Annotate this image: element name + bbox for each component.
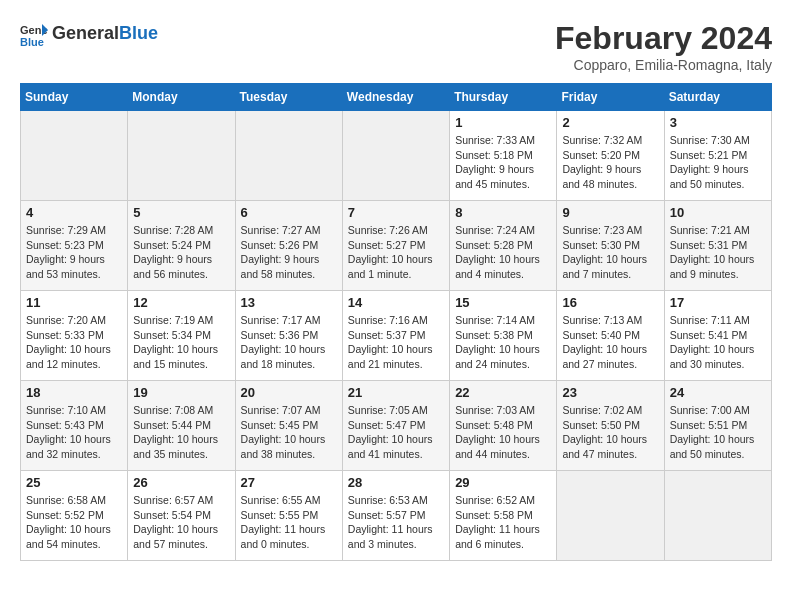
day-info: Sunrise: 7:03 AMSunset: 5:48 PMDaylight:…: [455, 403, 551, 462]
day-info: Sunrise: 7:02 AMSunset: 5:50 PMDaylight:…: [562, 403, 658, 462]
day-info: Sunrise: 7:05 AMSunset: 5:47 PMDaylight:…: [348, 403, 444, 462]
calendar-cell: 18Sunrise: 7:10 AMSunset: 5:43 PMDayligh…: [21, 381, 128, 471]
calendar-cell: 17Sunrise: 7:11 AMSunset: 5:41 PMDayligh…: [664, 291, 771, 381]
day-number: 10: [670, 205, 766, 220]
day-number: 22: [455, 385, 551, 400]
day-number: 15: [455, 295, 551, 310]
day-info: Sunrise: 7:10 AMSunset: 5:43 PMDaylight:…: [26, 403, 122, 462]
day-info: Sunrise: 6:52 AMSunset: 5:58 PMDaylight:…: [455, 493, 551, 552]
calendar-cell: [128, 111, 235, 201]
day-number: 14: [348, 295, 444, 310]
calendar-cell: 16Sunrise: 7:13 AMSunset: 5:40 PMDayligh…: [557, 291, 664, 381]
calendar-cell: 27Sunrise: 6:55 AMSunset: 5:55 PMDayligh…: [235, 471, 342, 561]
day-number: 29: [455, 475, 551, 490]
day-header-saturday: Saturday: [664, 84, 771, 111]
day-header-monday: Monday: [128, 84, 235, 111]
day-info: Sunrise: 7:20 AMSunset: 5:33 PMDaylight:…: [26, 313, 122, 372]
day-info: Sunrise: 7:19 AMSunset: 5:34 PMDaylight:…: [133, 313, 229, 372]
day-number: 2: [562, 115, 658, 130]
calendar-cell: 24Sunrise: 7:00 AMSunset: 5:51 PMDayligh…: [664, 381, 771, 471]
day-number: 18: [26, 385, 122, 400]
calendar-cell: 21Sunrise: 7:05 AMSunset: 5:47 PMDayligh…: [342, 381, 449, 471]
calendar-week-row: 11Sunrise: 7:20 AMSunset: 5:33 PMDayligh…: [21, 291, 772, 381]
logo: General Blue GeneralBlue: [20, 20, 158, 48]
day-number: 13: [241, 295, 337, 310]
calendar-week-row: 25Sunrise: 6:58 AMSunset: 5:52 PMDayligh…: [21, 471, 772, 561]
day-info: Sunrise: 7:07 AMSunset: 5:45 PMDaylight:…: [241, 403, 337, 462]
calendar-cell: 22Sunrise: 7:03 AMSunset: 5:48 PMDayligh…: [450, 381, 557, 471]
day-number: 11: [26, 295, 122, 310]
calendar-cell: 14Sunrise: 7:16 AMSunset: 5:37 PMDayligh…: [342, 291, 449, 381]
calendar-cell: 12Sunrise: 7:19 AMSunset: 5:34 PMDayligh…: [128, 291, 235, 381]
day-number: 20: [241, 385, 337, 400]
day-number: 23: [562, 385, 658, 400]
calendar-cell: 10Sunrise: 7:21 AMSunset: 5:31 PMDayligh…: [664, 201, 771, 291]
logo-icon: General Blue: [20, 20, 48, 48]
calendar-cell: [235, 111, 342, 201]
day-info: Sunrise: 7:24 AMSunset: 5:28 PMDaylight:…: [455, 223, 551, 282]
day-number: 16: [562, 295, 658, 310]
calendar-title: February 2024: [555, 20, 772, 57]
calendar-cell: 26Sunrise: 6:57 AMSunset: 5:54 PMDayligh…: [128, 471, 235, 561]
calendar-cell: [342, 111, 449, 201]
day-info: Sunrise: 7:26 AMSunset: 5:27 PMDaylight:…: [348, 223, 444, 282]
calendar-cell: 28Sunrise: 6:53 AMSunset: 5:57 PMDayligh…: [342, 471, 449, 561]
calendar-cell: 19Sunrise: 7:08 AMSunset: 5:44 PMDayligh…: [128, 381, 235, 471]
calendar-cell: 2Sunrise: 7:32 AMSunset: 5:20 PMDaylight…: [557, 111, 664, 201]
calendar-cell: 9Sunrise: 7:23 AMSunset: 5:30 PMDaylight…: [557, 201, 664, 291]
calendar-cell: 4Sunrise: 7:29 AMSunset: 5:23 PMDaylight…: [21, 201, 128, 291]
calendar-cell: [557, 471, 664, 561]
calendar-cell: 13Sunrise: 7:17 AMSunset: 5:36 PMDayligh…: [235, 291, 342, 381]
days-header-row: SundayMondayTuesdayWednesdayThursdayFrid…: [21, 84, 772, 111]
day-info: Sunrise: 7:28 AMSunset: 5:24 PMDaylight:…: [133, 223, 229, 282]
day-number: 28: [348, 475, 444, 490]
day-info: Sunrise: 7:32 AMSunset: 5:20 PMDaylight:…: [562, 133, 658, 192]
day-info: Sunrise: 7:00 AMSunset: 5:51 PMDaylight:…: [670, 403, 766, 462]
calendar-week-row: 18Sunrise: 7:10 AMSunset: 5:43 PMDayligh…: [21, 381, 772, 471]
day-info: Sunrise: 7:13 AMSunset: 5:40 PMDaylight:…: [562, 313, 658, 372]
calendar-week-row: 4Sunrise: 7:29 AMSunset: 5:23 PMDaylight…: [21, 201, 772, 291]
day-number: 21: [348, 385, 444, 400]
day-number: 25: [26, 475, 122, 490]
day-number: 9: [562, 205, 658, 220]
day-info: Sunrise: 7:14 AMSunset: 5:38 PMDaylight:…: [455, 313, 551, 372]
day-header-sunday: Sunday: [21, 84, 128, 111]
day-header-tuesday: Tuesday: [235, 84, 342, 111]
svg-text:Blue: Blue: [20, 36, 44, 48]
day-info: Sunrise: 7:29 AMSunset: 5:23 PMDaylight:…: [26, 223, 122, 282]
day-info: Sunrise: 7:08 AMSunset: 5:44 PMDaylight:…: [133, 403, 229, 462]
logo-blue-text: Blue: [119, 23, 158, 43]
day-number: 6: [241, 205, 337, 220]
day-info: Sunrise: 6:55 AMSunset: 5:55 PMDaylight:…: [241, 493, 337, 552]
calendar-cell: 29Sunrise: 6:52 AMSunset: 5:58 PMDayligh…: [450, 471, 557, 561]
calendar-table: SundayMondayTuesdayWednesdayThursdayFrid…: [20, 83, 772, 561]
calendar-cell: 6Sunrise: 7:27 AMSunset: 5:26 PMDaylight…: [235, 201, 342, 291]
day-info: Sunrise: 7:21 AMSunset: 5:31 PMDaylight:…: [670, 223, 766, 282]
day-number: 1: [455, 115, 551, 130]
calendar-cell: 5Sunrise: 7:28 AMSunset: 5:24 PMDaylight…: [128, 201, 235, 291]
page-header: General Blue GeneralBlue February 2024 C…: [20, 20, 772, 73]
day-info: Sunrise: 7:11 AMSunset: 5:41 PMDaylight:…: [670, 313, 766, 372]
logo-general-text: General: [52, 23, 119, 43]
day-number: 24: [670, 385, 766, 400]
day-info: Sunrise: 7:33 AMSunset: 5:18 PMDaylight:…: [455, 133, 551, 192]
day-number: 4: [26, 205, 122, 220]
calendar-cell: 8Sunrise: 7:24 AMSunset: 5:28 PMDaylight…: [450, 201, 557, 291]
day-info: Sunrise: 7:30 AMSunset: 5:21 PMDaylight:…: [670, 133, 766, 192]
calendar-cell: 7Sunrise: 7:26 AMSunset: 5:27 PMDaylight…: [342, 201, 449, 291]
day-number: 19: [133, 385, 229, 400]
calendar-cell: 15Sunrise: 7:14 AMSunset: 5:38 PMDayligh…: [450, 291, 557, 381]
day-number: 3: [670, 115, 766, 130]
day-number: 8: [455, 205, 551, 220]
calendar-week-row: 1Sunrise: 7:33 AMSunset: 5:18 PMDaylight…: [21, 111, 772, 201]
day-header-wednesday: Wednesday: [342, 84, 449, 111]
title-area: February 2024 Copparo, Emilia-Romagna, I…: [555, 20, 772, 73]
day-info: Sunrise: 7:23 AMSunset: 5:30 PMDaylight:…: [562, 223, 658, 282]
day-header-friday: Friday: [557, 84, 664, 111]
day-info: Sunrise: 6:53 AMSunset: 5:57 PMDaylight:…: [348, 493, 444, 552]
day-info: Sunrise: 6:57 AMSunset: 5:54 PMDaylight:…: [133, 493, 229, 552]
calendar-cell: 11Sunrise: 7:20 AMSunset: 5:33 PMDayligh…: [21, 291, 128, 381]
calendar-cell: 25Sunrise: 6:58 AMSunset: 5:52 PMDayligh…: [21, 471, 128, 561]
calendar-cell: 20Sunrise: 7:07 AMSunset: 5:45 PMDayligh…: [235, 381, 342, 471]
day-header-thursday: Thursday: [450, 84, 557, 111]
